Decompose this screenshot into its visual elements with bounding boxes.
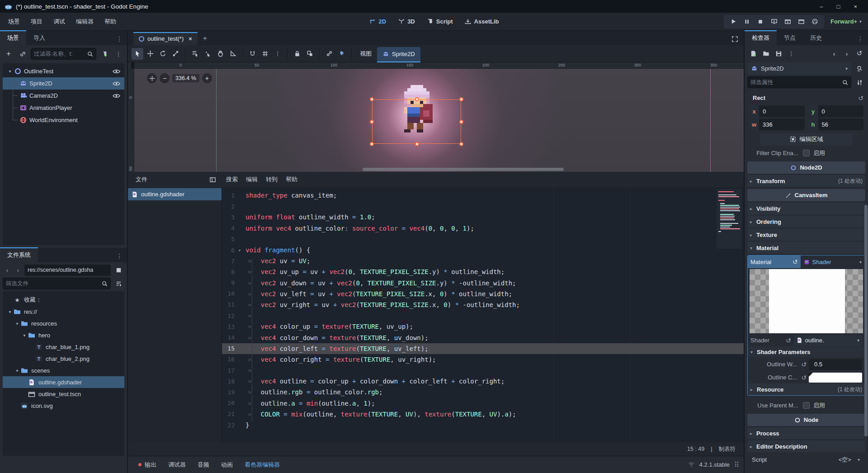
shader-menu-edit[interactable]: 编辑	[242, 174, 262, 185]
scene-tab-outline-test[interactable]: outline_test(*) ×	[133, 32, 198, 45]
indent-type[interactable]: 制表符	[719, 445, 736, 453]
code-line[interactable]: 6▾void fragment() {	[222, 245, 744, 255]
section-editor-description[interactable]: ▸Editor Description	[747, 440, 865, 452]
code-line[interactable]: 7»vec2 uv = UV;	[222, 255, 744, 266]
handle-bottom-left[interactable]	[370, 142, 374, 146]
pan-tool-button[interactable]	[214, 48, 226, 60]
code-line[interactable]: 16»vec4 color_right = texture(TEXTURE, u…	[222, 354, 744, 365]
scene-tree-menu-icon[interactable]: ⋮	[113, 48, 124, 60]
workspace-3d[interactable]: 3D	[398, 18, 415, 25]
open-docs-icon[interactable]	[854, 63, 865, 75]
edited-object-selector[interactable]: Sprite2D ▾	[747, 62, 851, 75]
tab-node[interactable]: 节点	[777, 31, 803, 45]
code-line[interactable]: 18»vec4 outline = color_up + color_down …	[222, 376, 744, 387]
revert-icon[interactable]: ↺	[801, 361, 807, 368]
bottom-tab-debugger[interactable]: 调试器	[162, 458, 192, 472]
zoom-level[interactable]: 336.4 %	[172, 74, 199, 82]
filesystem-filter-input[interactable]	[6, 280, 102, 287]
select-tool-button[interactable]	[132, 48, 143, 60]
move-tool-button[interactable]	[144, 48, 156, 60]
expand-panel-icon[interactable]: ⠿	[734, 461, 739, 469]
vertical-guide[interactable]	[216, 69, 217, 172]
rect-section[interactable]: Rect	[749, 95, 765, 101]
list-select-button[interactable]	[189, 48, 201, 60]
shader-menu-help[interactable]: 帮助	[282, 174, 302, 185]
play-scene-button[interactable]	[768, 16, 780, 27]
handle-mid-left[interactable]	[370, 120, 374, 124]
tree-row-outlinetest[interactable]: ▾ OutlineTest	[3, 65, 124, 77]
fs-row-outline-gdshader[interactable]: outline.gdshader	[3, 376, 124, 388]
section-ordering[interactable]: ▸Ordering	[747, 216, 865, 227]
tree-row-sprite2d[interactable]: Sprite2D	[3, 77, 124, 90]
shader-menu-search[interactable]: 搜索	[222, 174, 242, 185]
workspace-assetlib[interactable]: AssetLib	[465, 18, 499, 25]
revert-icon[interactable]: ↺	[793, 258, 798, 265]
fs-row-favorites[interactable]: ★ 收藏：	[3, 294, 124, 306]
visibility-eye-icon[interactable]	[113, 81, 122, 86]
minimap[interactable]	[717, 189, 742, 249]
code-line[interactable]: 9»vec2 uv_down = uv + vec2(0, TEXTURE_PI…	[222, 278, 744, 289]
use-parent-material-checkbox[interactable]	[803, 402, 810, 409]
select-pivot-button[interactable]	[202, 48, 213, 60]
section-material[interactable]: ▾Material	[747, 242, 865, 254]
canvas-2d[interactable]: − 336.4 % +	[134, 69, 744, 172]
horizontal-scrollbar[interactable]	[363, 168, 564, 171]
revert-icon[interactable]: ↺	[858, 95, 863, 102]
resource-options-icon[interactable]: ⋮	[785, 47, 797, 59]
profiler-button[interactable]	[809, 16, 821, 27]
bottom-tab-output[interactable]: 输出	[132, 458, 162, 472]
center-view-icon[interactable]	[147, 73, 157, 83]
code-line[interactable]: 21»COLOR = mix(outline, texture(TEXTURE,…	[222, 409, 744, 420]
scene-filter-input[interactable]	[34, 51, 87, 57]
split-mode-icon[interactable]	[113, 264, 124, 276]
grid-snap-button[interactable]	[259, 48, 271, 60]
filter-clip-checkbox[interactable]	[803, 150, 810, 156]
save-resource-button[interactable]	[773, 47, 784, 59]
group-button[interactable]	[304, 48, 316, 60]
load-resource-button[interactable]	[760, 47, 772, 59]
dock-menu-icon[interactable]: ⋮	[112, 252, 127, 262]
workspace-script[interactable]: Script	[427, 18, 453, 25]
smart-snap-button[interactable]	[246, 48, 258, 60]
play-button[interactable]	[727, 16, 739, 27]
scale-tool-button[interactable]	[170, 48, 181, 60]
minimize-button[interactable]: –	[820, 3, 823, 10]
code-line[interactable]: 5	[222, 234, 744, 245]
play-custom-scene-button[interactable]	[782, 16, 793, 27]
shader-menu-goto[interactable]: 转到	[262, 174, 282, 185]
material-value[interactable]: Shader ▾	[801, 255, 865, 268]
zoom-out-button[interactable]: −	[160, 73, 170, 83]
code-line[interactable]: 1shader_type canvas_item;	[222, 190, 744, 201]
history-back-icon[interactable]: ‹	[828, 47, 840, 59]
nav-back-icon[interactable]: ‹	[3, 265, 12, 275]
rotate-tool-button[interactable]	[157, 48, 169, 60]
history-forward-icon[interactable]: ›	[841, 47, 853, 59]
handle-bottom-mid[interactable]	[415, 142, 419, 146]
fs-row-outline-test-tscn[interactable]: outline_test.tscn	[3, 388, 124, 400]
collapse-arrow-icon[interactable]: ▾	[14, 368, 21, 373]
outline-width-field[interactable]: 0.5	[809, 359, 862, 370]
section-transform[interactable]: ▸Transform(1 处改动)	[747, 175, 865, 187]
pause-button[interactable]	[741, 16, 753, 27]
code-line[interactable]: 22}	[222, 420, 744, 430]
code-line[interactable]: 11»vec2 uv_right = uv + vec2(TEXTURE_PIX…	[222, 299, 744, 310]
close-icon[interactable]: ×	[189, 35, 192, 42]
handle-bottom-right[interactable]	[459, 142, 463, 146]
tab-import[interactable]: 导入	[26, 31, 52, 45]
dock-menu-icon[interactable]: ⋮	[853, 35, 868, 45]
dock-menu-icon[interactable]: ⋮	[112, 35, 127, 45]
code-line[interactable]: 8»vec2 uv_up = uv + vec2(0, TEXTURE_PIXE…	[222, 266, 744, 277]
tree-row-camera2d[interactable]: Camera2D	[3, 90, 124, 102]
expand-viewport-icon[interactable]	[726, 36, 744, 45]
code-editor[interactable]: 1shader_type canvas_item;23uniform float…	[222, 187, 744, 442]
script-value[interactable]: <空>	[839, 456, 851, 464]
menu-scene[interactable]: 场景	[4, 15, 24, 28]
code-area[interactable]: 1shader_type canvas_item;23uniform float…	[222, 187, 744, 442]
skeleton-options-button[interactable]	[336, 48, 348, 60]
outline-color-picker[interactable]	[809, 373, 862, 383]
shader-resource-picker[interactable]: outline. ▾	[794, 335, 862, 346]
rect-y-field[interactable]: y0	[808, 105, 864, 117]
section-shader-parameters[interactable]: ▾Shader Parameters	[748, 346, 865, 357]
code-line[interactable]: 3uniform float outline_width = 1.0;	[222, 212, 744, 222]
material-property-label[interactable]: Material ↺	[748, 255, 801, 268]
